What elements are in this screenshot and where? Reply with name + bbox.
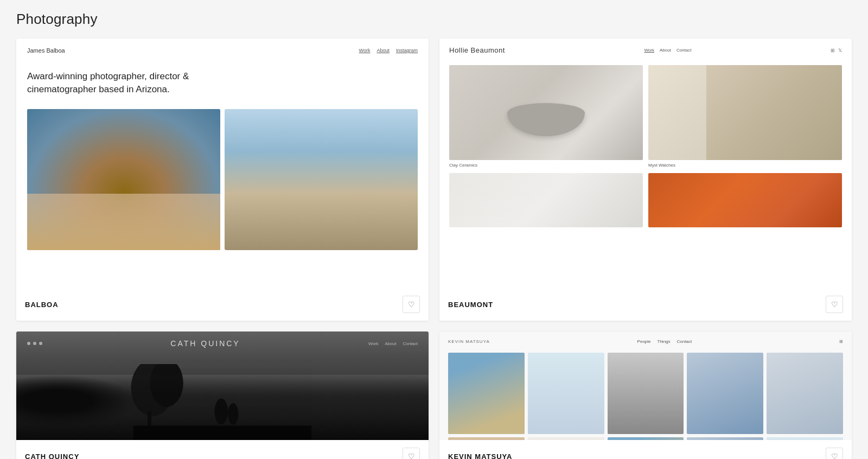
balboa-photo-desert-cacti xyxy=(27,109,220,250)
balboa-logo: James Balboa xyxy=(27,47,65,54)
beaumont-footer: BEAUMONT ♡ xyxy=(439,288,852,321)
kevin-photo-5 xyxy=(767,353,843,434)
kevin-nav-contact[interactable]: Contact xyxy=(677,339,692,344)
beaumont-photo-watch-container: Myst Watches xyxy=(648,65,842,173)
kevin-preview-inner: KEVIN MATSUYA People Things Contact ⊞ xyxy=(439,331,852,440)
beaumont-photo-orange xyxy=(648,173,842,227)
template-card-beaumont: Hollie Beaumont Work About Contact ⊞ 𝕏 C… xyxy=(439,39,852,321)
beaumont-photo-bowl-container: Clay Ceramics xyxy=(449,65,643,173)
template-card-balboa: James Balboa Work About Instagram Award-… xyxy=(16,39,429,321)
beaumont-photo-bowl xyxy=(449,65,643,160)
beaumont-nav-contact[interactable]: Contact xyxy=(676,48,692,53)
balboa-nav-links: Work About Instagram xyxy=(359,48,418,53)
cath-quincy-favorite-button[interactable]: ♡ xyxy=(403,448,420,459)
cath-trees-svg xyxy=(16,364,429,440)
balboa-photos xyxy=(27,109,418,250)
kevin-photo-1 xyxy=(448,353,525,434)
beaumont-label-ceramics: Clay Ceramics xyxy=(449,163,643,168)
cath-dot-2 xyxy=(33,342,36,345)
kevin-logo: KEVIN MATSUYA xyxy=(448,339,490,344)
cath-dot-3 xyxy=(39,342,42,345)
kevin-nav-icon: ⊞ xyxy=(839,339,843,344)
kevin-matsuya-favorite-button[interactable]: ♡ xyxy=(826,448,843,459)
beaumont-logo: Hollie Beaumont xyxy=(449,46,505,54)
template-card-kevin-matsuya: KEVIN MATSUYA People Things Contact ⊞ xyxy=(439,331,852,459)
kevin-photo-9 xyxy=(687,437,763,440)
svg-point-3 xyxy=(215,398,228,424)
balboa-preview: James Balboa Work About Instagram Award-… xyxy=(16,39,429,288)
kevin-photos-row2 xyxy=(448,437,843,440)
beaumont-template-name: BEAUMONT xyxy=(448,301,493,309)
svg-point-4 xyxy=(228,403,238,424)
balboa-nav: James Balboa Work About Instagram xyxy=(27,47,418,54)
beaumont-nav-about[interactable]: About xyxy=(660,48,671,53)
cath-overlay-nav: CATH QUINCY Work About Contact xyxy=(16,331,429,355)
balboa-nav-about[interactable]: About xyxy=(376,48,390,53)
cath-dot-1 xyxy=(27,342,30,345)
balboa-template-name: BALBOA xyxy=(25,301,59,309)
grid-icon: ⊞ xyxy=(831,48,835,53)
balboa-nav-instagram[interactable]: Instagram xyxy=(396,48,418,53)
beaumont-nav-links: Work About Contact xyxy=(644,48,691,53)
beaumont-favorite-button[interactable]: ♡ xyxy=(826,296,843,313)
kevin-nav-links: People Things Contact xyxy=(637,339,692,344)
kevin-photos-row1 xyxy=(448,353,843,434)
beaumont-preview: Hollie Beaumont Work About Contact ⊞ 𝕏 C… xyxy=(439,39,852,288)
balboa-photo-desert-rocks xyxy=(225,109,418,250)
svg-rect-5 xyxy=(133,426,311,440)
beaumont-label-watches: Myst Watches xyxy=(648,163,842,168)
twitter-icon: 𝕏 xyxy=(838,48,842,53)
kevin-photo-4 xyxy=(687,353,763,434)
cath-quincy-preview: CATH QUINCY Work About Contact xyxy=(16,331,429,440)
beaumont-nav: Hollie Beaumont Work About Contact ⊞ 𝕏 xyxy=(449,46,842,54)
page-title: Photography xyxy=(16,11,852,28)
kevin-nav-things[interactable]: Things xyxy=(658,339,671,344)
template-card-cath-quincy: CATH QUINCY Work About Contact CATH QUIN… xyxy=(16,331,429,459)
beaumont-photo-cables xyxy=(449,173,643,227)
cath-nav-about[interactable]: About xyxy=(385,341,397,346)
kevin-photo-8 xyxy=(608,437,684,440)
beaumont-photo-watch xyxy=(648,65,842,160)
kevin-photo-7 xyxy=(528,437,604,440)
kevin-matsuya-template-name: KEVIN MATSUYA xyxy=(448,452,512,460)
cath-nav-work[interactable]: Work xyxy=(368,341,379,346)
cath-nav-links: Work About Contact xyxy=(368,341,418,346)
cath-quincy-template-name: CATH QUINCY xyxy=(25,452,79,460)
beaumont-nav-work[interactable]: Work xyxy=(644,48,654,53)
cath-social-icons xyxy=(27,342,42,345)
balboa-nav-work[interactable]: Work xyxy=(359,48,371,53)
kevin-photo-6 xyxy=(448,437,525,440)
kevin-matsuya-preview: KEVIN MATSUYA People Things Contact ⊞ xyxy=(439,331,852,440)
kevin-nav-people[interactable]: People xyxy=(637,339,651,344)
kevin-photo-3 xyxy=(608,353,684,434)
cath-bg: CATH QUINCY Work About Contact xyxy=(16,331,429,440)
cath-title: CATH QUINCY xyxy=(170,339,240,348)
cath-quincy-footer: CATH QUINCY ♡ xyxy=(16,440,429,459)
kevin-nav: KEVIN MATSUYA People Things Contact ⊞ xyxy=(448,339,843,344)
balboa-headline: Award-winning photographer, director & c… xyxy=(27,70,212,96)
kevin-photo-2 xyxy=(528,353,604,434)
kevin-matsuya-footer: KEVIN MATSUYA ♡ xyxy=(439,440,852,459)
kevin-photo-10 xyxy=(767,437,843,440)
templates-grid: James Balboa Work About Instagram Award-… xyxy=(16,39,852,459)
cath-nav-contact[interactable]: Contact xyxy=(403,341,418,346)
beaumont-nav-icons: ⊞ 𝕏 xyxy=(831,48,842,53)
balboa-favorite-button[interactable]: ♡ xyxy=(403,296,420,313)
beaumont-photos-row1: Clay Ceramics Myst Watches xyxy=(449,65,842,173)
beaumont-photos-row2 xyxy=(449,173,842,227)
balboa-footer: BALBOA ♡ xyxy=(16,288,429,321)
